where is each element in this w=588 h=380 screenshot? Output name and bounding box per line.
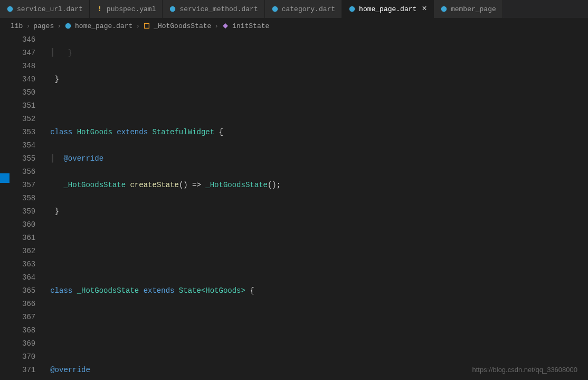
code-line[interactable]: class _HotGoodsState extends State<HotGo… bbox=[50, 284, 588, 298]
code-line[interactable]: ┃ @override bbox=[50, 152, 588, 165]
chevron-right-icon: › bbox=[136, 22, 140, 30]
svg-point-2 bbox=[272, 6, 278, 12]
code-line[interactable]: } bbox=[50, 205, 588, 218]
svg-point-4 bbox=[441, 6, 447, 12]
svg-point-5 bbox=[65, 23, 71, 29]
close-icon[interactable]: × bbox=[422, 4, 427, 14]
line-number: 351 bbox=[22, 99, 35, 113]
breadcrumb-item[interactable]: initState bbox=[232, 22, 269, 30]
tab-label: pubspec.yaml bbox=[107, 5, 156, 13]
dart-icon bbox=[169, 5, 176, 13]
svg-point-1 bbox=[170, 6, 176, 12]
tab-label: service_method.dart bbox=[179, 5, 258, 13]
tab-label: service_url.dart bbox=[17, 5, 83, 13]
breadcrumb-item[interactable]: _HotGoodsState bbox=[154, 22, 211, 30]
code-line[interactable] bbox=[50, 337, 588, 350]
breadcrumb: lib › pages › home_page.dart › _HotGoods… bbox=[0, 18, 588, 33]
code-line[interactable]: class HotGoods extends StatefulWidget { bbox=[50, 126, 588, 139]
line-number: 362 bbox=[22, 245, 35, 258]
line-number: 347 bbox=[22, 47, 35, 60]
tabs-bar: service_url.dart ! pubspec.yaml service_… bbox=[0, 0, 588, 18]
tab-home-page[interactable]: home_page.dart × bbox=[342, 0, 434, 18]
line-number: 352 bbox=[22, 113, 35, 126]
line-number: 361 bbox=[22, 231, 35, 245]
breadcrumb-item[interactable]: home_page.dart bbox=[75, 22, 132, 30]
code-line[interactable] bbox=[50, 231, 588, 245]
method-icon bbox=[222, 22, 229, 30]
tab-category[interactable]: category.dart bbox=[265, 0, 342, 18]
line-number: 350 bbox=[22, 86, 35, 99]
tab-service-method[interactable]: service_method.dart bbox=[163, 0, 264, 18]
dart-icon bbox=[64, 22, 72, 30]
dart-icon bbox=[271, 5, 279, 13]
line-number: 355 bbox=[22, 152, 35, 165]
code-line[interactable] bbox=[50, 99, 588, 113]
tab-label: home_page.dart bbox=[359, 5, 416, 13]
code-line[interactable]: ┃ } bbox=[50, 47, 588, 60]
line-number: 349 bbox=[22, 73, 35, 86]
breadcrumb-item[interactable]: pages bbox=[33, 22, 54, 30]
line-number: 354 bbox=[22, 139, 35, 152]
activity-indicator bbox=[0, 173, 10, 183]
line-number: 359 bbox=[22, 205, 35, 218]
svg-point-3 bbox=[349, 6, 355, 12]
dart-icon bbox=[440, 5, 448, 13]
line-number: 370 bbox=[22, 350, 35, 364]
tab-service-url[interactable]: service_url.dart bbox=[0, 0, 90, 18]
line-number: 365 bbox=[22, 284, 35, 298]
yaml-icon: ! bbox=[96, 5, 103, 13]
chevron-right-icon: › bbox=[26, 22, 30, 30]
line-number: 360 bbox=[22, 218, 35, 231]
line-number: 348 bbox=[22, 60, 35, 73]
chevron-right-icon: › bbox=[57, 22, 61, 30]
tab-pubspec[interactable]: ! pubspec.yaml bbox=[90, 0, 163, 18]
line-number: 346 bbox=[22, 33, 35, 47]
line-number: 368 bbox=[22, 324, 35, 337]
line-number: 367 bbox=[22, 311, 35, 324]
line-number: 371 bbox=[22, 364, 35, 377]
chevron-right-icon: › bbox=[214, 22, 219, 30]
line-number: 356 bbox=[22, 165, 35, 179]
editor-container: 346 347 348 349 350 351 352 353 354 355 … bbox=[0, 33, 588, 380]
code-line[interactable]: _HotGoodsState createState() => _HotGood… bbox=[50, 179, 588, 192]
line-number: 372 bbox=[22, 377, 35, 380]
left-strip bbox=[0, 33, 10, 380]
line-number: 364 bbox=[22, 271, 35, 284]
tab-member-page[interactable]: member_page bbox=[434, 0, 503, 18]
svg-rect-6 bbox=[145, 24, 149, 29]
line-number: 358 bbox=[22, 192, 35, 205]
dart-icon bbox=[6, 5, 14, 13]
class-icon bbox=[143, 22, 150, 30]
tab-label: category.dart bbox=[282, 5, 335, 13]
tab-label: member_page bbox=[451, 5, 496, 13]
code-editor[interactable]: ┃ } } class HotGoods extends StatefulWid… bbox=[46, 33, 588, 380]
line-number: 357 bbox=[22, 179, 35, 192]
line-gutter: 346 347 348 349 350 351 352 353 354 355 … bbox=[10, 33, 46, 380]
breadcrumb-item[interactable]: lib bbox=[11, 22, 23, 30]
line-number: 363 bbox=[22, 258, 35, 271]
svg-point-0 bbox=[7, 6, 13, 12]
code-line[interactable] bbox=[50, 258, 588, 271]
watermark: https://blog.csdn.net/qq_33608000 bbox=[472, 366, 578, 374]
dart-icon bbox=[348, 5, 356, 13]
code-line[interactable] bbox=[50, 311, 588, 324]
line-number: 353 bbox=[22, 126, 35, 139]
line-number: 369 bbox=[22, 337, 35, 350]
line-number: 366 bbox=[22, 298, 35, 311]
code-line[interactable]: } bbox=[50, 73, 588, 86]
svg-rect-7 bbox=[223, 23, 228, 29]
